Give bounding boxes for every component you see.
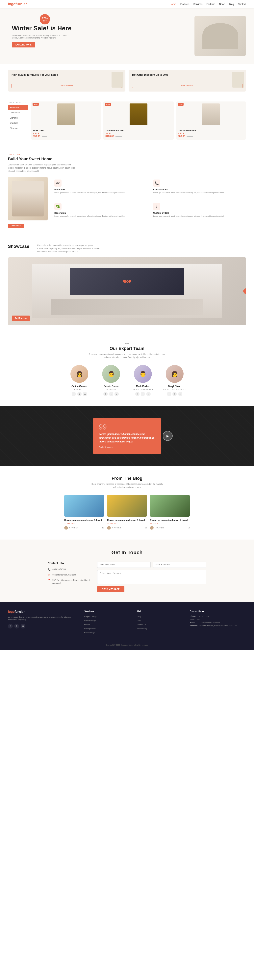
nav-blog[interactable]: Blog bbox=[229, 3, 234, 6]
menu-lighting[interactable]: Lighting bbox=[8, 115, 28, 120]
promo-title-1: High-quality furnitures For your home bbox=[11, 73, 122, 76]
build-image bbox=[8, 177, 48, 220]
hero-badge: 20% OFF bbox=[40, 14, 50, 24]
menu-furniture[interactable]: Furniture bbox=[8, 105, 28, 110]
name-input[interactable] bbox=[97, 562, 151, 568]
facebook-icon-1[interactable]: f bbox=[71, 392, 76, 396]
product-badge-1: -80% bbox=[33, 103, 39, 106]
facebook-icon-2[interactable]: f bbox=[103, 392, 108, 396]
full-preview-button[interactable]: Full Preview bbox=[12, 315, 30, 321]
quote-mark: 99 bbox=[99, 423, 155, 431]
contact-phone: +88 026 56789 bbox=[52, 568, 66, 571]
promo-link-2[interactable]: View Collection bbox=[132, 84, 243, 88]
facebook-icon-4[interactable]: f bbox=[167, 392, 171, 396]
member-role-2: FRONTIST bbox=[97, 388, 125, 390]
linkedin-icon-1[interactable]: in bbox=[83, 392, 87, 396]
collection-inner: OUR COLLECTION Furniture Decorative Ligh… bbox=[8, 102, 246, 140]
menu-outdoor[interactable]: Outdoor bbox=[8, 121, 28, 125]
blog-grid: Rowan an orangutan known & loved 22 JAN … bbox=[8, 495, 246, 530]
blog-post-1: Rowan an orangutan known & loved 22 JAN … bbox=[64, 495, 104, 530]
menu-storage[interactable]: Storage bbox=[8, 126, 28, 130]
promo-link-1[interactable]: View Collection bbox=[11, 84, 122, 88]
help-terms[interactable]: Terms Policy bbox=[137, 628, 147, 630]
build-readmore-button[interactable]: Read More » bbox=[8, 224, 24, 228]
product-name-3: Classic Wardrobe bbox=[178, 129, 244, 132]
team-title: Our Expert Team bbox=[8, 346, 246, 351]
footer-phone-1: Phone: +88 027 857 bbox=[190, 615, 246, 617]
product-rating-1: ★★★★ bbox=[33, 132, 99, 134]
feature-custom-orders: 🎚 Custom Orders Lorem ipsum dolor sit am… bbox=[151, 200, 246, 220]
woodchair-image bbox=[130, 103, 148, 125]
facebook-icon-3[interactable]: f bbox=[135, 392, 140, 396]
avatar-1: 👩 bbox=[70, 365, 88, 383]
contact-form: SEND MESSAGE bbox=[97, 562, 206, 592]
footer-instagram[interactable]: in bbox=[21, 624, 25, 628]
linkedin-icon-3[interactable]: in bbox=[146, 392, 151, 396]
nav-home[interactable]: Home bbox=[170, 3, 176, 6]
footer-contact-col: Contact Info Phone: +88 027 857 +88 027 … bbox=[190, 610, 246, 635]
nav-contact[interactable]: Contact bbox=[238, 3, 246, 6]
team-tag: Boss bbox=[8, 343, 246, 345]
product-badge-2: -28% bbox=[105, 103, 111, 106]
nav-products[interactable]: Products bbox=[180, 3, 189, 6]
nav-portfolio[interactable]: Portfolio bbox=[206, 3, 215, 6]
blog-author-2: J. PARKER bbox=[107, 526, 121, 530]
team-member-1: 👩 Celina Gomes FOUNDER f t in bbox=[65, 365, 93, 396]
author-name-2: J. PARKER bbox=[112, 527, 121, 529]
linkedin-icon-2[interactable]: in bbox=[114, 392, 119, 396]
blog-post-date-3: 22 JAN 2022 bbox=[150, 522, 190, 525]
blog-post-date-1: 22 JAN 2022 bbox=[64, 522, 104, 525]
help-faq[interactable]: FAQ bbox=[137, 620, 140, 622]
play-button[interactable]: ▶ bbox=[163, 431, 173, 441]
service-graphic-design[interactable]: Graphic Design bbox=[84, 616, 97, 618]
build-section: Our Story Build Your Sweet Home Lorem ip… bbox=[0, 146, 254, 236]
message-input[interactable] bbox=[97, 570, 206, 584]
build-desc: Lorem ipsum dolor sit amet, consectetur … bbox=[8, 163, 78, 173]
nav-services[interactable]: Services bbox=[194, 3, 203, 6]
form-row-1 bbox=[97, 562, 206, 568]
submit-button[interactable]: SEND MESSAGE bbox=[97, 586, 124, 592]
service-home-design[interactable]: Home Design bbox=[84, 632, 95, 634]
twitter-icon-3[interactable]: t bbox=[141, 392, 145, 396]
twitter-icon-2[interactable]: t bbox=[109, 392, 113, 396]
feature-decoration: 🌿 Decoration Lorem ipsum dolor sit amet,… bbox=[52, 200, 147, 220]
products-grid: -80% Fibre Chair ★★★★ $38.00 $68.00 -28% bbox=[31, 102, 246, 140]
blog-author-3: J. PARKER bbox=[150, 526, 164, 530]
chair-image bbox=[57, 103, 75, 125]
member-social-1: f t in bbox=[65, 392, 93, 396]
service-minimal[interactable]: Minimal bbox=[84, 624, 90, 626]
contact-phone-item: 📞 +88 026 56789 bbox=[48, 568, 91, 571]
member-name-4: Daryl Dixon bbox=[161, 385, 189, 388]
hero-image bbox=[129, 16, 246, 56]
hero-cta-button[interactable]: EXPLORE MORE bbox=[12, 42, 35, 48]
footer-logo: logofurnish bbox=[8, 610, 78, 614]
help-contact[interactable]: Contact Us bbox=[137, 624, 146, 626]
blog-section: From The Blog There are many variations … bbox=[0, 466, 254, 539]
nav-news[interactable]: News bbox=[219, 3, 225, 6]
monitor-image: RIOR bbox=[70, 268, 184, 295]
service-setting-dream[interactable]: Setting Dream bbox=[84, 628, 96, 630]
twitter-icon-1[interactable]: t bbox=[77, 392, 81, 396]
footer-copyright: Copyright © 2022 Company Name all rights… bbox=[8, 641, 246, 646]
logo: logofurnish bbox=[8, 2, 28, 6]
quote-box: 99 Lorem ipsum dolor sit amet, consectet… bbox=[93, 418, 161, 454]
menu-decorative[interactable]: Decorative bbox=[8, 110, 28, 115]
footer-grid: logofurnish Lorem ipsum dolor sit amet, … bbox=[8, 610, 246, 635]
custom-icon: 🎚 bbox=[153, 203, 160, 210]
service-classic-design[interactable]: Classic Design bbox=[84, 620, 96, 622]
author-avatar-2 bbox=[107, 526, 111, 530]
footer-twitter[interactable]: t bbox=[14, 624, 19, 628]
showcase-arrow-right[interactable]: › bbox=[243, 288, 246, 294]
member-name-3: Mark Parker bbox=[129, 385, 157, 388]
blog-meta-2: J. PARKER 12 bbox=[107, 526, 147, 530]
linkedin-icon-4[interactable]: in bbox=[178, 392, 183, 396]
footer-facebook[interactable]: f bbox=[8, 624, 13, 628]
collection-sidebar: OUR COLLECTION Furniture Decorative Ligh… bbox=[8, 102, 28, 140]
hero-section: 20% OFF Winter Sale! is Here Elite Bay f… bbox=[0, 8, 254, 64]
help-blog[interactable]: Blog bbox=[137, 616, 140, 618]
product-rating-2: ★★★★ bbox=[105, 132, 171, 134]
build-features: 🛋 Furnitures Lorem ipsum dolor sit amet,… bbox=[52, 177, 246, 220]
email-input[interactable] bbox=[153, 562, 206, 568]
twitter-icon-4[interactable]: t bbox=[173, 392, 177, 396]
blog-title: From The Blog bbox=[8, 476, 246, 481]
